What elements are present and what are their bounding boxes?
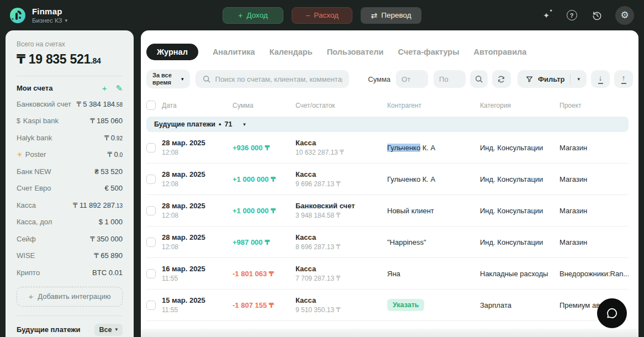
- minus-icon: −: [305, 12, 310, 19]
- future-payments-row: Будущие платежи Все ▾: [17, 324, 123, 336]
- category-cell: Накладные расходы: [480, 270, 559, 278]
- sum-search-button[interactable]: [470, 70, 488, 88]
- filter-dropdown-caret[interactable]: ▾: [571, 76, 587, 82]
- specify-badge[interactable]: Указать: [387, 299, 424, 311]
- account-row[interactable]: $Kaspi bank₸ 185 060: [17, 113, 123, 130]
- search-box: [196, 70, 350, 88]
- account-name-text: Счет Евро: [17, 184, 51, 192]
- account-name: Счет Евро: [17, 184, 51, 192]
- date-cell: 15 мар. 202511:55: [162, 296, 233, 314]
- account-name: Касса: [295, 296, 387, 304]
- edit-accounts-icon[interactable]: ✎: [115, 84, 123, 92]
- table-row[interactable]: 28 мар. 202512:08+1 000 000 ₸Банковский …: [146, 195, 629, 227]
- account-balance-after: 9 696 287.13 ₸: [295, 180, 387, 188]
- upload-button[interactable]: ↑: [614, 70, 633, 88]
- account-row[interactable]: Банк NEW₴ 53 520: [17, 163, 123, 180]
- filter-button[interactable]: Фильтр ▾: [518, 70, 587, 88]
- project-cell: Магазин: [559, 144, 629, 152]
- income-button[interactable]: + Доход: [223, 7, 283, 24]
- counterparty-cell: Указать: [387, 299, 480, 311]
- row-checkbox[interactable]: [146, 206, 156, 215]
- accounts-list: Банковский счет₸ 5 384 184.58$Kaspi bank…: [17, 96, 123, 281]
- account-row[interactable]: WISE₸ 65 890: [17, 248, 123, 265]
- settings-button[interactable]: ⚙: [615, 6, 634, 25]
- account-row[interactable]: Сейф₸ 350 000: [17, 230, 123, 248]
- tab-4[interactable]: Пользователи: [327, 44, 384, 60]
- transfer-button[interactable]: ⇄ Перевод: [361, 7, 421, 24]
- group-row-future-payments[interactable]: Будущие платежи • 71 ▾: [146, 117, 629, 132]
- table-row[interactable]: 28 мар. 202512:08+987 000 ₸Касса8 696 28…: [146, 227, 629, 258]
- account-balance-after: 7 709 287.13 ₸: [295, 275, 387, 282]
- account-name: Банк NEW: [17, 167, 51, 176]
- brand[interactable]: Finmap Бизнес КЗ ▾: [9, 7, 67, 24]
- period-select[interactable]: За все время ▾: [146, 70, 190, 88]
- tab-5[interactable]: Счета-фактуры: [398, 44, 459, 60]
- account-balance-after: 10 632 287.13 ₸: [295, 149, 387, 156]
- sum-to-input[interactable]: [434, 70, 466, 88]
- account-name-text: Halyk bank: [17, 134, 52, 142]
- row-checkbox[interactable]: [146, 238, 156, 247]
- sparkle-icon[interactable]: ✦ ✦: [539, 8, 553, 23]
- account-name: Сейф: [17, 235, 36, 243]
- account-row[interactable]: КриптоBTC 0.01: [17, 264, 123, 281]
- search-input[interactable]: [215, 75, 343, 83]
- main-tabs: ЖурналАналитикаКалендарьПользователиСчет…: [141, 30, 638, 60]
- refresh-button[interactable]: [492, 70, 511, 88]
- transfer-arrows-icon: ⇄: [371, 12, 377, 19]
- account-row[interactable]: Halyk bank₸ 0.92: [17, 129, 123, 146]
- transfer-label: Перевод: [381, 11, 411, 19]
- row-checkbox[interactable]: [146, 269, 156, 278]
- table-tools: Фильтр ▾ ↓ ↑: [488, 70, 633, 88]
- tab-1[interactable]: Журнал: [146, 44, 198, 60]
- counterparty-cell: Гульченко К. А: [387, 175, 480, 183]
- expense-button[interactable]: − Расход: [292, 7, 352, 24]
- account-row[interactable]: Счет Евро€ 500: [17, 180, 123, 197]
- table-row[interactable]: 16 мар. 202511:55-1 801 063 ₸Касса7 709 …: [146, 258, 629, 289]
- account-row[interactable]: ☀Poster₸ 0.0: [17, 146, 123, 164]
- tab-3[interactable]: Календарь: [270, 44, 313, 60]
- account-name: ☀Poster: [17, 150, 46, 159]
- row-checkbox[interactable]: [146, 175, 156, 184]
- future-payments-filter[interactable]: Все ▾: [94, 324, 123, 336]
- account-name-text: Банк NEW: [17, 167, 51, 176]
- account-name: $Kaspi bank: [17, 117, 59, 125]
- account-name: Банковский счет: [17, 100, 71, 108]
- help-icon[interactable]: ?: [564, 8, 579, 23]
- tab-2[interactable]: Аналитика: [213, 44, 255, 60]
- table-row[interactable]: 15 мар. 202511:55-1 807 155 ₸Касса9 510 …: [146, 289, 629, 321]
- sum-from-input[interactable]: [396, 70, 428, 88]
- amount-cell: +936 000 ₸: [233, 144, 295, 152]
- transaction-time: 12:08: [162, 149, 233, 156]
- funnel-icon: [525, 75, 534, 83]
- add-integration-label: Добавить интеграцию: [38, 292, 110, 301]
- amount-cell: -1 801 063 ₸: [233, 270, 295, 278]
- table-row[interactable]: 28 мар. 202512:08+936 000 ₸Касса10 632 2…: [146, 132, 629, 164]
- row-checkbox[interactable]: [146, 301, 156, 310]
- table-row[interactable]: 28 мар. 202512:08+1 000 000 ₸Касса9 696 …: [146, 164, 629, 195]
- account-balance-after: 8 696 287.13 ₸: [295, 243, 387, 251]
- row-checkbox[interactable]: [146, 143, 156, 152]
- account-balance: ₸ 65 890: [94, 251, 123, 260]
- history-icon[interactable]: [590, 8, 604, 23]
- workspace-switcher[interactable]: Бизнес КЗ ▾: [32, 17, 67, 24]
- account-row[interactable]: Касса, дол$ 1 000: [17, 214, 123, 231]
- future-payments-label: Будущие платежи: [17, 325, 81, 334]
- download-button[interactable]: ↓: [591, 70, 610, 88]
- add-account-icon[interactable]: +: [102, 84, 107, 92]
- total-label: Всего на счетах: [17, 40, 123, 48]
- add-integration-button[interactable]: + Добавить интеграцию: [17, 287, 123, 307]
- account-row[interactable]: Банковский счет₸ 5 384 184.58: [17, 96, 123, 113]
- select-all-checkbox[interactable]: [146, 101, 156, 110]
- account-name-text: Касса: [17, 201, 36, 209]
- search-icon: [474, 75, 483, 83]
- column-header: Категория: [480, 102, 559, 109]
- tab-6[interactable]: Автоправила: [474, 44, 527, 60]
- counterparty-cell: Гульченко К. А: [387, 144, 480, 152]
- gear-icon: ⚙: [620, 9, 629, 21]
- date-cell: 28 мар. 202512:08: [162, 202, 233, 219]
- account-row[interactable]: Касса₸ 11 892 287.13: [17, 197, 123, 214]
- chat-button[interactable]: [597, 298, 627, 328]
- account-name: Halyk bank: [17, 134, 52, 142]
- plus-icon: +: [238, 12, 242, 19]
- chevron-down-icon: ▾: [115, 327, 118, 332]
